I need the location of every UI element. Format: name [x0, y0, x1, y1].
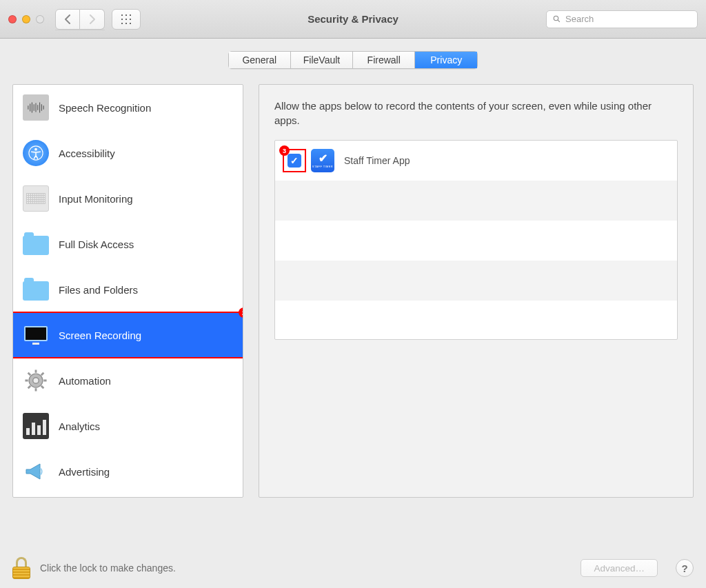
sidebar-item-speech-recognition[interactable]: Speech Recognition — [13, 85, 243, 130]
forward-button[interactable] — [80, 9, 105, 30]
sidebar-item-label: Advertising — [59, 466, 110, 478]
sidebar-item-full-disk-access[interactable]: Full Disk Access — [13, 221, 243, 267]
sidebar-item-input-monitoring[interactable]: Input Monitoring — [13, 176, 243, 221]
sidebar-item-label: Full Disk Access — [59, 239, 134, 250]
toolbar: Security & Privacy Search — [0, 0, 706, 39]
search-icon — [552, 14, 561, 23]
detail-panel: Allow the apps below to record the conte… — [259, 84, 694, 498]
sidebar-item-label: Screen Recording — [59, 330, 141, 341]
footer: Click the lock to make changes. Advanced… — [0, 548, 706, 588]
help-button[interactable]: ? — [676, 559, 694, 577]
tab-privacy[interactable]: Privacy — [415, 52, 477, 68]
sidebar-item-label: Files and Folders — [59, 284, 138, 296]
annotation-3-badge: 3 — [279, 145, 290, 156]
app-row-empty — [275, 221, 677, 261]
app-name: Staff Timer App — [344, 155, 410, 166]
sidebar-item-label: Input Monitoring — [59, 193, 133, 205]
keyboard-icon — [23, 185, 49, 212]
svg-line-1 — [558, 20, 560, 22]
lock-hint-text: Click the lock to make changes. — [40, 562, 176, 574]
app-row-empty — [275, 261, 677, 301]
annotation-2-badge: 2 — [239, 307, 243, 318]
search-field[interactable]: Search — [546, 10, 698, 28]
content: General FileVault Firewall Privacy Speec… — [0, 39, 706, 506]
folder-icon — [23, 231, 49, 257]
lock-icon[interactable] — [12, 557, 30, 579]
app-row-empty — [275, 301, 677, 340]
tab-bar: General FileVault Firewall Privacy — [12, 51, 694, 69]
show-all-prefs-button[interactable] — [112, 9, 141, 30]
sidebar-item-label: Analytics — [59, 420, 100, 432]
app-list: ✓ 3 ✔STAFF TIMER Staff Timer App — [274, 140, 678, 340]
sidebar-item-screen-recording[interactable]: Screen Recording 2 — [13, 312, 243, 358]
nav-buttons — [55, 9, 105, 30]
svg-line-19 — [28, 373, 31, 376]
svg-line-21 — [28, 386, 31, 389]
speech-waveform-icon — [23, 94, 49, 121]
svg-line-22 — [41, 373, 44, 376]
detail-description: Allow the apps below to record the conte… — [274, 99, 678, 128]
app-row-staff-timer[interactable]: ✓ 3 ✔STAFF TIMER Staff Timer App — [275, 141, 677, 181]
app-icon: ✔STAFF TIMER — [311, 149, 334, 172]
svg-line-20 — [41, 386, 44, 389]
sidebar-item-files-and-folders[interactable]: Files and Folders — [13, 267, 243, 312]
tab-firewall[interactable]: Firewall — [353, 52, 415, 68]
svg-point-0 — [554, 16, 558, 21]
sidebar-item-advertising[interactable]: Advertising — [13, 449, 243, 494]
sidebar-item-label: Automation — [59, 375, 111, 387]
search-placeholder: Search — [565, 14, 594, 24]
folder-icon — [23, 276, 49, 303]
svg-point-12 — [34, 148, 37, 151]
megaphone-icon — [23, 458, 49, 485]
monitor-icon — [23, 322, 49, 348]
app-row-empty — [275, 181, 677, 221]
window-controls — [8, 15, 44, 23]
bar-chart-icon — [23, 413, 49, 439]
sidebar-item-label: Speech Recognition — [59, 102, 151, 114]
sidebar-item-label: Accessibility — [59, 148, 115, 159]
app-checkbox[interactable]: ✓ — [288, 154, 301, 168]
close-window-button[interactable] — [8, 15, 17, 23]
sidebar-item-automation[interactable]: Automation — [13, 358, 243, 403]
gear-icon — [23, 367, 49, 394]
maximize-window-button[interactable] — [36, 15, 44, 23]
sidebar: Speech Recognition Accessibility Input M… — [12, 84, 243, 498]
tab-general[interactable]: General — [229, 52, 291, 68]
sidebar-item-analytics[interactable]: Analytics — [13, 403, 243, 449]
segmented-control: General FileVault Firewall Privacy — [228, 51, 478, 69]
tab-filevault[interactable]: FileVault — [291, 52, 353, 68]
svg-point-14 — [33, 378, 39, 384]
accessibility-icon — [23, 140, 49, 166]
minimize-window-button[interactable] — [22, 15, 30, 23]
advanced-button[interactable]: Advanced… — [581, 559, 658, 577]
sidebar-item-accessibility[interactable]: Accessibility — [13, 130, 243, 176]
grid-icon — [120, 13, 132, 26]
back-button[interactable] — [55, 9, 80, 30]
